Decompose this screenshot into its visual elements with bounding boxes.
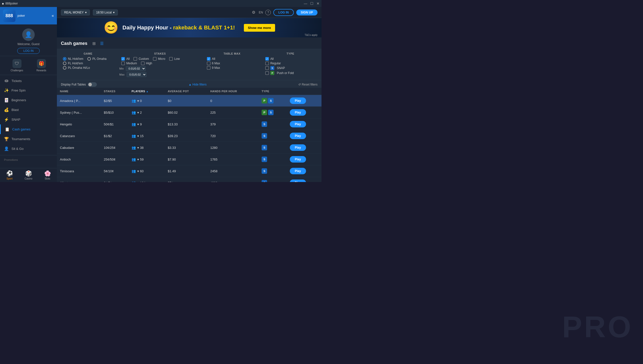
- table-row[interactable]: Amadora ( P... $2/$5 👥 ▾ 0 $0 0 PS Play: [57, 95, 321, 107]
- display-full-toggle[interactable]: [88, 82, 97, 87]
- col-handsperhour[interactable]: HANDS PER HOUR: [207, 88, 259, 95]
- tablemax-6max-check: [207, 62, 210, 65]
- casino-tab[interactable]: 🎲 Casino: [19, 168, 38, 182]
- type-badges: S: [262, 122, 284, 127]
- sidebar-item-tournaments[interactable]: 🏆 Tournaments: [0, 134, 57, 144]
- play-button[interactable]: Play: [290, 168, 306, 174]
- stakes-all-option[interactable]: ✓ All: [121, 57, 130, 60]
- type-filter-label: TYPE: [263, 52, 318, 55]
- rewards-button[interactable]: 🎁 Rewards: [37, 59, 46, 72]
- cell-stakes: 10¢/25¢: [101, 142, 129, 154]
- play-button[interactable]: Play: [290, 121, 306, 128]
- play-button[interactable]: Play: [290, 144, 306, 151]
- flholdem-radio: [63, 62, 66, 65]
- tablemax-6max-option[interactable]: 6 Max: [207, 62, 257, 65]
- table-row[interactable]: Allentown 2¢/5¢ 👥 ▾ 104 57¢ 4388 S Play: [57, 177, 321, 182]
- type-pushorfold-option[interactable]: P Push or Fold: [265, 71, 316, 75]
- cell-name: Antioch: [57, 154, 101, 165]
- col-name[interactable]: NAME: [57, 88, 101, 95]
- table-row[interactable]: Timisoara 5¢/10¢ 👥 ▾ 60 $1.49 2458 S Pla…: [57, 165, 321, 177]
- top-login-button[interactable]: LOG IN: [273, 9, 294, 16]
- cell-type: S: [259, 130, 287, 142]
- sidebar-item-freespin[interactable]: ✨ Free Spin: [0, 86, 57, 95]
- sidebar-item-cashgames[interactable]: 📋 Cash games: [0, 124, 57, 134]
- money-mode-selector[interactable]: REAL MONEY ▾: [61, 10, 90, 16]
- sport-tab[interactable]: ⚽ Sport: [0, 168, 19, 182]
- sidebar-item-sitgo[interactable]: 👤 Sit & Go: [0, 144, 57, 154]
- players-sort-arrow: ▲: [146, 90, 148, 93]
- stakes-high-option[interactable]: High: [141, 62, 152, 65]
- cell-players: 👥 ▾ 104: [129, 177, 165, 182]
- type-all-option[interactable]: ✓ All: [265, 57, 316, 60]
- sidebar-item-beginners[interactable]: 🃏 Beginners: [0, 95, 57, 105]
- time-label: 18:50 Local: [96, 11, 112, 14]
- min-stake-select[interactable]: 0.01/0.02: [126, 66, 146, 71]
- sidebar-profile: 👤 Welcome, Guest LOG IN: [0, 24, 57, 56]
- col-type[interactable]: TYPE: [259, 88, 287, 95]
- tablemax-9max-option[interactable]: 9 Max: [207, 66, 257, 70]
- top-signup-button[interactable]: SIGN UP: [296, 10, 318, 16]
- play-button[interactable]: Play: [290, 180, 306, 182]
- sidebar-item-tickets[interactable]: 🎟 Tickets: [0, 76, 57, 86]
- max-stake-select[interactable]: 0.01/0.02: [127, 72, 146, 77]
- challenges-button[interactable]: 🛡 Challenges: [11, 59, 23, 72]
- stakes-micro-option[interactable]: Micro: [153, 57, 165, 60]
- slots-tab[interactable]: 🌸 Slots: [38, 168, 57, 182]
- flholdem-option[interactable]: FL Hold'em: [63, 62, 83, 65]
- table-row[interactable]: Cabudare 10¢/25¢ 👥 ▾ 38 $3.33 1280 S Pla…: [57, 142, 321, 154]
- stakes-low-option[interactable]: Low: [169, 57, 180, 60]
- top-bar-right: ⚙ EN ? LOG IN SIGN UP: [251, 9, 318, 16]
- hide-filters-button[interactable]: ▲ Hide filters: [189, 83, 207, 86]
- list-view-button[interactable]: ☰: [98, 40, 105, 47]
- play-button[interactable]: Play: [290, 156, 306, 162]
- sidebar-item-blast[interactable]: 💰 Blast: [0, 105, 57, 115]
- play-button[interactable]: Play: [290, 133, 306, 139]
- type-regular-option[interactable]: Regular: [265, 62, 316, 65]
- players-icon: 👥: [132, 169, 136, 173]
- table-row[interactable]: Catanzaro $1/$2 👥 ▾ 15 $39.23 720 S Play: [57, 130, 321, 142]
- money-mode-chevron: ▾: [85, 11, 87, 14]
- sidebar-login-button[interactable]: LOG IN: [17, 48, 40, 54]
- table-row[interactable]: Antioch 25¢/50¢ 👥 ▾ 59 $7.90 1765 S Play: [57, 154, 321, 165]
- type-snap-option[interactable]: S SNAP: [265, 66, 316, 70]
- nlholdem-option[interactable]: NL Hold'em: [63, 57, 83, 60]
- snap-badge: S: [262, 122, 267, 127]
- time-selector[interactable]: 18:50 Local ▾: [93, 10, 118, 16]
- reset-filters-button[interactable]: ↺ Reset filters: [298, 83, 318, 86]
- cell-handsperhour: 4388: [207, 177, 259, 182]
- table-row[interactable]: Hengelo 50¢/$1 👥 ▾ 9 $13.33 379 S Play: [57, 118, 321, 130]
- plomahahi-option[interactable]: PL Omaha Hi/Lo: [63, 66, 90, 70]
- cell-avgpot: $60.02: [165, 107, 207, 118]
- players-count: ▾ 9: [137, 122, 142, 126]
- language-button[interactable]: EN: [259, 11, 263, 14]
- logo: 888: [3, 10, 16, 22]
- game-options: NL Hold'em PL Omaha FL Hold'em: [61, 57, 115, 70]
- play-button[interactable]: Play: [290, 98, 306, 104]
- sidebar: 888 poker « 👤 Welcome, Guest LOG IN 🛡 Ch…: [0, 7, 57, 182]
- cell-avgpot: $13.33: [165, 118, 207, 130]
- plomaha-option[interactable]: PL Omaha: [87, 57, 107, 60]
- cell-handsperhour: 225: [207, 107, 259, 118]
- play-button[interactable]: Play: [290, 109, 306, 116]
- tablemax-all-option[interactable]: ✓ All: [207, 57, 257, 60]
- app-icon: ♠: [2, 2, 4, 6]
- sidebar-item-label: Tickets: [12, 79, 22, 83]
- col-avgpot[interactable]: AVERAGE POT: [165, 88, 207, 95]
- sidebar-collapse-button[interactable]: «: [52, 14, 54, 18]
- banner-cta-button[interactable]: Show me more: [244, 24, 275, 32]
- stakes-custom-check: [134, 57, 137, 60]
- sidebar-item-snap[interactable]: ⚡ SNAP: [0, 115, 57, 124]
- close-button[interactable]: ✕: [317, 2, 320, 6]
- col-players[interactable]: PLAYERS ▲: [129, 88, 165, 95]
- help-button[interactable]: ?: [265, 10, 271, 15]
- settings-button[interactable]: ⚙: [251, 9, 256, 16]
- minimize-button[interactable]: —: [304, 2, 307, 6]
- maximize-button[interactable]: ☐: [310, 2, 314, 6]
- sidebar-item-label: Free Spin: [12, 88, 26, 92]
- cell-type: PS: [259, 95, 287, 107]
- stakes-custom-option[interactable]: Custom: [134, 57, 149, 60]
- grid-view-button[interactable]: ⊞: [90, 40, 97, 47]
- table-row[interactable]: Sydney ( Pus... $5/$10 👥 ▾ 2 $60.02 225 …: [57, 107, 321, 118]
- stakes-medium-option[interactable]: Medium: [121, 62, 137, 65]
- col-stakes[interactable]: STAKES: [101, 88, 129, 95]
